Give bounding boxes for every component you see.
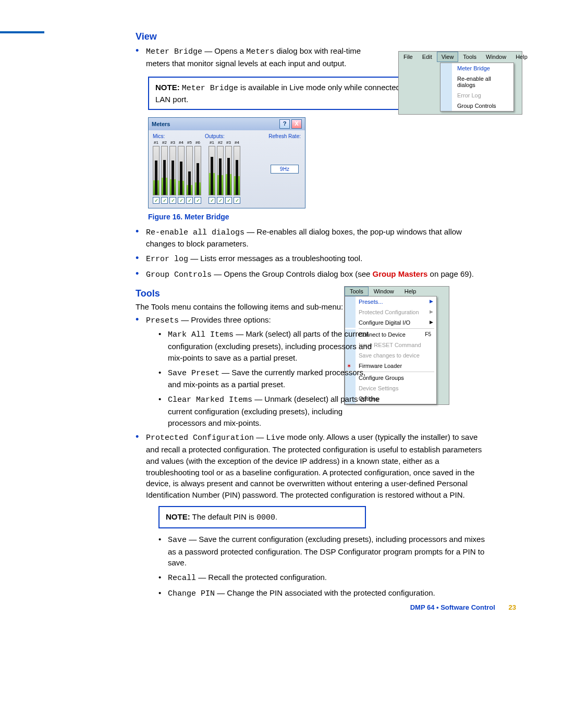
sub-save: Save Preset — Save the currently marked … bbox=[158, 367, 381, 391]
bullet-groupcontrols: Group Controls — Opens the Group Control… bbox=[136, 268, 490, 281]
footer: DMP 64 • Software Control 23 bbox=[410, 603, 516, 611]
meters-dialog: Meters ? X Mics: Outputs: Refresh Rate: … bbox=[148, 117, 305, 208]
sub-clear: Clear Marked Items — Unmark (deselect) a… bbox=[158, 393, 381, 428]
footer-text: DMP 64 • Software Control bbox=[410, 603, 495, 611]
menu-help-2[interactable]: Help bbox=[399, 287, 422, 296]
meter-checkbox[interactable]: ✓ bbox=[169, 197, 176, 204]
bullet-presets: Presets — Provides three options: Mark A… bbox=[136, 314, 490, 429]
close-icon[interactable]: X bbox=[291, 119, 302, 129]
meter-checkbox[interactable]: ✓ bbox=[225, 197, 232, 204]
figure-caption: Figure 16. Meter Bridge bbox=[148, 213, 490, 221]
meter-checkbox[interactable]: ✓ bbox=[209, 197, 215, 204]
meter-checkbox[interactable]: ✓ bbox=[217, 197, 224, 204]
outputs-label: Outputs: bbox=[205, 133, 241, 139]
footer-page: 23 bbox=[509, 603, 516, 611]
help-icon[interactable]: ? bbox=[279, 119, 290, 129]
meter-checkbox[interactable]: ✓ bbox=[161, 197, 168, 204]
sub-recall: Recall — Recall the protected configurat… bbox=[158, 572, 490, 584]
menu-tools-2[interactable]: Tools bbox=[345, 287, 369, 296]
meters-title: Meters bbox=[152, 121, 170, 127]
refresh-value: 9Hz bbox=[271, 165, 299, 174]
menu-window-2[interactable]: Window bbox=[369, 287, 399, 296]
bullet-reenable: Re-enable all dialogs — Re-enables all d… bbox=[136, 226, 490, 250]
menuitem-group-controls[interactable]: Group Controls bbox=[440, 101, 513, 111]
sub-mark: Mark All Items — Mark (select) all parts… bbox=[158, 328, 381, 363]
bullet-meter-bridge: Meter Bridge — Opens a Meters dialog box… bbox=[136, 45, 490, 69]
tools-menuitem[interactable]: Presets...▶ bbox=[345, 297, 436, 307]
meter-checkbox[interactable]: ✓ bbox=[153, 197, 160, 204]
sub-save-cfg: Save — Save the current configuration (e… bbox=[158, 534, 490, 569]
term-meter-bridge: Meter Bridge bbox=[146, 47, 202, 56]
menuitem-reenable[interactable]: Re-enable all dialogs bbox=[440, 73, 513, 90]
view-heading: View bbox=[136, 31, 490, 42]
bullet-errorlog: Error log — Lists error messages as a tr… bbox=[136, 253, 490, 265]
meter-checkbox[interactable]: ✓ bbox=[178, 197, 185, 204]
bullet-protected: Protected Configuration — Live mode only… bbox=[136, 431, 490, 599]
meter-ticks: #1#2#3#4#5#6#1#2#3#4 bbox=[153, 140, 301, 145]
view-dropdown: Meter Bridge Re-enable all dialogs Error… bbox=[440, 63, 514, 112]
tools-menubar: Tools Window Help bbox=[345, 287, 449, 296]
meter-checks: ✓✓✓✓✓✓✓✓✓✓ bbox=[153, 197, 301, 204]
meters-titlebar: Meters ? X bbox=[149, 118, 305, 130]
note-pin: NOTE: The default PIN is 0000. bbox=[158, 506, 366, 528]
meter-checkbox[interactable]: ✓ bbox=[194, 197, 201, 204]
meter-checkbox[interactable]: ✓ bbox=[234, 197, 240, 204]
menu-help[interactable]: Help bbox=[511, 52, 532, 62]
refresh-label: Refresh Rate: bbox=[241, 133, 301, 139]
menuitem-error-log[interactable]: Error Log bbox=[440, 90, 513, 101]
link-group-masters[interactable]: Group Masters bbox=[373, 269, 428, 278]
sub-changepin: Change PIN — Change the PIN associated w… bbox=[158, 587, 490, 600]
meter-checkbox[interactable]: ✓ bbox=[186, 197, 193, 204]
mics-label: Mics: bbox=[153, 133, 205, 139]
